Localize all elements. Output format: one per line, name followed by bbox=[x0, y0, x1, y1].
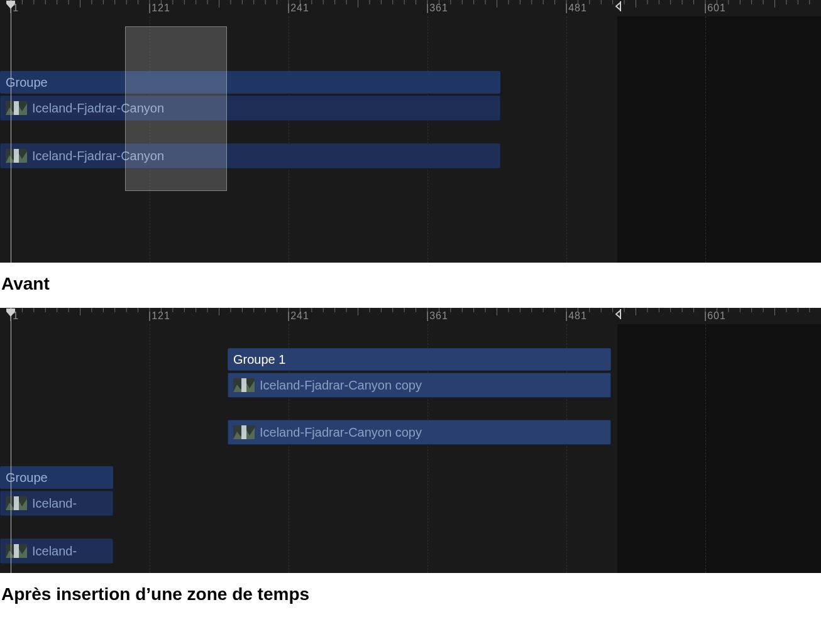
clip-thumbnail bbox=[6, 496, 27, 510]
svg-rect-71 bbox=[14, 101, 19, 115]
time-range-selection[interactable] bbox=[125, 26, 227, 191]
grid-line bbox=[705, 16, 706, 263]
timeline-panel-before[interactable]: |1 |121 |241 |361 |481 |601 Groupe Icela… bbox=[0, 0, 821, 263]
project-end-marker-icon[interactable] bbox=[615, 308, 621, 320]
grid-line bbox=[150, 324, 150, 573]
clip-label: Iceland- bbox=[32, 496, 77, 511]
time-ruler[interactable]: |1 |121 |241 |361 |481 |601 bbox=[0, 308, 821, 324]
svg-rect-145 bbox=[241, 378, 246, 392]
clip-thumbnail bbox=[6, 544, 27, 558]
timeline-clip[interactable]: Iceland- bbox=[0, 538, 113, 564]
grid-line bbox=[705, 324, 706, 573]
grid-line bbox=[289, 16, 289, 263]
clip-thumbnail bbox=[233, 425, 255, 439]
grid-line bbox=[566, 16, 567, 263]
playhead-line bbox=[11, 308, 11, 573]
clip-label: Iceland-Fjadrar-Canyon copy bbox=[260, 425, 422, 440]
playhead-line bbox=[11, 0, 11, 263]
timeline-clip[interactable]: Iceland-Fjadrar-Canyon bbox=[0, 143, 500, 168]
group-clip[interactable]: Groupe bbox=[0, 71, 500, 94]
timeline-clip-selected[interactable]: Iceland-Fjadrar-Canyon copy bbox=[228, 420, 611, 445]
after-end-zone bbox=[617, 16, 821, 263]
svg-rect-73 bbox=[14, 149, 19, 163]
caption-after: Après insertion d’une zone de temps bbox=[0, 573, 821, 618]
clip-thumbnail bbox=[6, 101, 27, 115]
clip-label: Iceland-Fjadrar-Canyon copy bbox=[260, 378, 422, 393]
after-end-zone bbox=[617, 324, 821, 573]
grid-line bbox=[427, 16, 428, 263]
timeline-clip[interactable]: Iceland-Fjadrar-Canyon bbox=[0, 96, 500, 121]
timeline-clip[interactable]: Iceland- bbox=[0, 491, 113, 516]
group-label: Groupe 1 bbox=[233, 352, 285, 367]
clip-label: Iceland- bbox=[32, 544, 77, 559]
playhead-icon[interactable] bbox=[6, 308, 16, 318]
clip-thumbnail bbox=[233, 378, 255, 392]
group-label: Groupe bbox=[6, 471, 48, 485]
project-end-marker-icon[interactable] bbox=[615, 0, 621, 13]
caption-before: Avant bbox=[0, 263, 821, 308]
svg-rect-147 bbox=[241, 425, 246, 439]
group-clip-selected[interactable]: Groupe 1 bbox=[228, 348, 611, 371]
time-ruler[interactable]: |1 |121 |241 |361 |481 |601 bbox=[0, 0, 821, 16]
svg-rect-149 bbox=[14, 496, 19, 510]
playhead-icon[interactable] bbox=[6, 0, 16, 10]
svg-rect-151 bbox=[14, 544, 19, 558]
group-label: Groupe bbox=[6, 75, 48, 90]
timeline-panel-after[interactable]: |1 |121 |241 |361 |481 |601 Groupe 1 Ice… bbox=[0, 308, 821, 573]
clip-thumbnail bbox=[6, 149, 27, 163]
timeline-clip-selected[interactable]: Iceland-Fjadrar-Canyon copy bbox=[228, 373, 611, 398]
group-clip[interactable]: Groupe bbox=[0, 466, 113, 489]
